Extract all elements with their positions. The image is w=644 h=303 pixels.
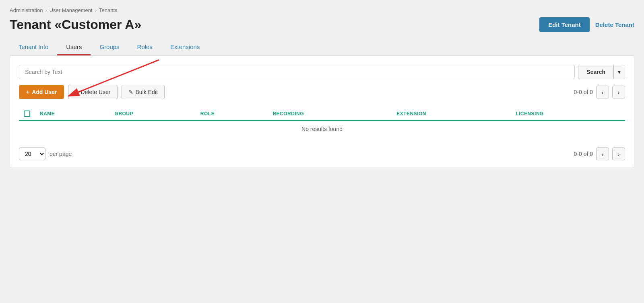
actions-row: + Add User × Delete User ✎ Bulk Edit 0-0… (19, 85, 625, 99)
breadcrumb-sep-2: › (95, 7, 97, 13)
page-title: Tenant «Customer A» (10, 17, 141, 32)
tab-tenant-info[interactable]: Tenant Info (10, 39, 57, 55)
select-all-checkbox[interactable] (24, 111, 30, 117)
search-button-group: Search ▾ (578, 65, 625, 79)
breadcrumb-tenants[interactable]: Tenants (99, 7, 118, 13)
edit-tenant-button[interactable]: Edit Tenant (539, 17, 590, 32)
col-name: NAME (35, 106, 110, 121)
tab-roles[interactable]: Roles (128, 39, 161, 55)
add-user-button[interactable]: + Add User (19, 85, 64, 99)
footer-row: 10 20 50 100 per page 0-0 of 0 ‹ › (19, 144, 625, 160)
breadcrumb-sep-1: › (45, 7, 47, 13)
bulk-edit-button[interactable]: ✎ Bulk Edit (122, 85, 165, 99)
tabs: Tenant Info Users Groups Roles Extension… (10, 39, 634, 55)
bulk-edit-label: Bulk Edit (136, 89, 158, 95)
table-header-row: NAME GROUP ROLE RECORDING EXTENSION LICE… (19, 106, 625, 121)
search-button[interactable]: Search (578, 65, 614, 79)
col-group: GROUP (110, 106, 196, 121)
delete-icon: × (75, 89, 78, 95)
top-pagination-range: 0-0 of 0 (574, 89, 593, 95)
empty-state-row: No results found (19, 121, 625, 137)
breadcrumb-user-mgmt[interactable]: User Management (50, 7, 93, 13)
header-actions: Edit Tenant Delete Tenant (539, 17, 634, 32)
col-extension: EXTENSION (392, 106, 511, 121)
no-results-message: No results found (19, 121, 625, 137)
col-recording: RECORDING (268, 106, 392, 121)
col-licensing: LICENSING (511, 106, 625, 121)
users-table: NAME GROUP ROLE RECORDING EXTENSION LICE… (19, 106, 625, 137)
annotation-arrow (10, 56, 179, 108)
col-checkbox (19, 106, 35, 121)
add-user-label: Add User (32, 89, 57, 95)
tab-extensions[interactable]: Extensions (161, 39, 208, 55)
tab-groups[interactable]: Groups (91, 39, 128, 55)
breadcrumb-admin[interactable]: Administration (10, 7, 43, 13)
delete-tenant-button[interactable]: Delete Tenant (595, 21, 634, 28)
col-role: ROLE (196, 106, 268, 121)
search-dropdown-button[interactable]: ▾ (614, 65, 625, 79)
top-next-page-button[interactable]: › (612, 86, 625, 98)
per-page-label: per page (50, 151, 72, 157)
content-card: Search ▾ + Add User × Delete User ✎ Bulk… (10, 55, 634, 168)
bottom-pagination-range: 0-0 of 0 (574, 151, 593, 157)
breadcrumb: Administration › User Management › Tenan… (10, 7, 634, 13)
edit-icon: ✎ (128, 89, 133, 95)
top-prev-page-button[interactable]: ‹ (596, 86, 609, 98)
top-pagination: 0-0 of 0 ‹ › (574, 86, 625, 98)
delete-user-label: Delete User (81, 89, 111, 95)
search-input[interactable] (19, 65, 575, 79)
bottom-pagination: 0-0 of 0 ‹ › (574, 147, 625, 160)
bottom-prev-page-button[interactable]: ‹ (596, 147, 609, 160)
per-page-select[interactable]: 10 20 50 100 (19, 147, 45, 160)
tab-users[interactable]: Users (57, 39, 91, 55)
page-header: Tenant «Customer A» Edit Tenant Delete T… (10, 17, 634, 32)
delete-user-button[interactable]: × Delete User (68, 85, 117, 99)
search-row: Search ▾ (19, 65, 625, 79)
bottom-next-page-button[interactable]: › (612, 147, 625, 160)
add-icon: + (26, 89, 29, 95)
table-wrapper: NAME GROUP ROLE RECORDING EXTENSION LICE… (19, 106, 625, 137)
